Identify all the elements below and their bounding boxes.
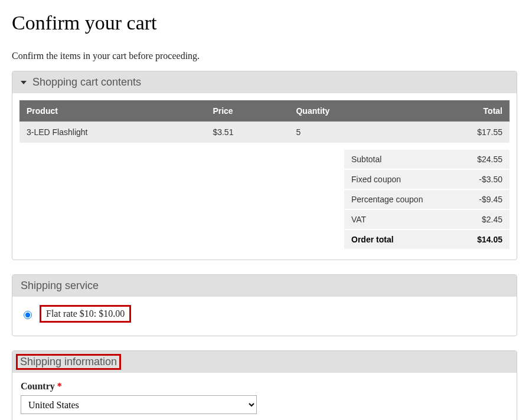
cell-price: $3.51 — [205, 122, 289, 143]
summary-label: Subtotal — [344, 150, 458, 169]
cart-panel-body: Product Price Quantity Total 3-LED Flash… — [12, 93, 517, 260]
summary-value: -$3.50 — [458, 169, 510, 189]
summary-row: Fixed coupon -$3.50 — [344, 169, 510, 189]
shipping-service-body: Flat rate $10: $10.00 — [12, 297, 517, 336]
cart-panel-heading: Shopping cart contents — [32, 76, 141, 88]
summary-label: Percentage coupon — [344, 189, 458, 209]
cart-panel: Shopping cart contents Product Price Qua… — [12, 71, 517, 260]
summary-row: VAT $2.45 — [344, 209, 510, 229]
col-product: Product — [19, 100, 205, 122]
col-quantity: Quantity — [289, 100, 406, 122]
page-title: Confirm your cart — [12, 12, 517, 34]
page-intro: Confirm the items in your cart before pr… — [12, 51, 517, 61]
summary-row-total: Order total $14.05 — [344, 229, 510, 250]
shipping-service-panel: Shipping service Flat rate $10: $10.00 — [12, 274, 517, 336]
summary-label: VAT — [344, 209, 458, 229]
shipping-info-body: Country * United States — [12, 373, 517, 420]
summary-table: Subtotal $24.55 Fixed coupon -$3.50 Perc… — [344, 150, 510, 250]
shipping-service-heading: Shipping service — [21, 280, 99, 292]
col-price: Price — [205, 100, 289, 122]
summary-label: Fixed coupon — [344, 169, 458, 189]
summary-value: $14.05 — [458, 229, 510, 250]
cell-total: $17.55 — [407, 122, 510, 143]
country-label-text: Country — [21, 381, 55, 391]
summary-row: Subtotal $24.55 — [344, 150, 510, 169]
shipping-info-heading: Shipping information — [16, 354, 121, 370]
flat-rate-label[interactable]: Flat rate $10: $10.00 — [40, 305, 131, 323]
summary-value: -$9.45 — [458, 189, 510, 209]
summary-label: Order total — [344, 229, 458, 250]
table-row: 3-LED Flashlight $3.51 5 $17.55 — [19, 122, 510, 143]
required-mark: * — [57, 381, 62, 391]
col-total: Total — [407, 100, 510, 122]
country-label: Country * — [21, 381, 508, 392]
summary-value: $24.55 — [458, 150, 510, 169]
shipping-service-heading-bar: Shipping service — [12, 275, 517, 297]
country-select[interactable]: United States — [21, 395, 257, 414]
cart-panel-toggle[interactable]: Shopping cart contents — [12, 71, 517, 93]
summary-row: Percentage coupon -$9.45 — [344, 189, 510, 209]
summary-value: $2.45 — [458, 209, 510, 229]
flat-rate-radio[interactable] — [24, 311, 32, 319]
cell-quantity: 5 — [289, 122, 406, 143]
shipping-info-panel: Shipping information Country * United St… — [12, 350, 517, 420]
chevron-down-icon — [21, 81, 27, 84]
cart-table: Product Price Quantity Total 3-LED Flash… — [19, 100, 510, 143]
shipping-info-heading-bar: Shipping information — [12, 351, 517, 373]
cell-product: 3-LED Flashlight — [19, 122, 205, 143]
